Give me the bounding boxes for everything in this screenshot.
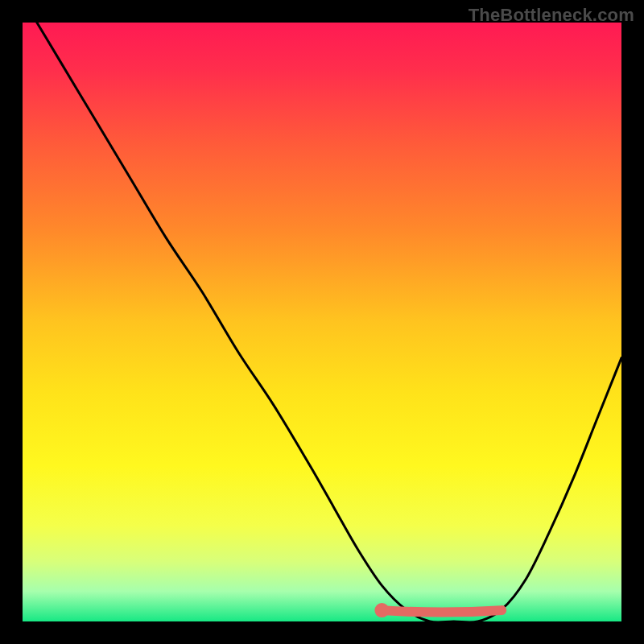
svg-rect-0 [23, 23, 621, 621]
optimal-range-highlight [382, 610, 502, 613]
plot-area [23, 23, 621, 621]
chart-frame: TheBottleneck.com [0, 0, 644, 644]
optimal-point-marker [374, 603, 389, 617]
chart-svg [23, 23, 621, 621]
watermark-text: TheBottleneck.com [469, 5, 634, 26]
